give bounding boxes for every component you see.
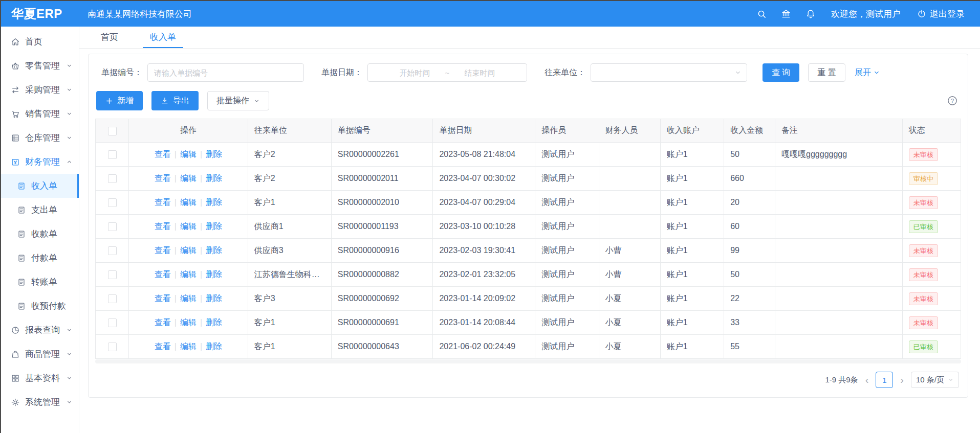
sidebar-item[interactable]: 系统管理 <box>1 390 79 414</box>
next-page-button[interactable]: › <box>898 375 906 385</box>
horizontal-scrollbar[interactable] <box>95 359 961 363</box>
add-button[interactable]: 新增 <box>96 91 143 110</box>
bill-no-input[interactable] <box>147 63 304 82</box>
edit-link[interactable]: 编辑 <box>180 198 197 207</box>
sidebar-item[interactable]: 收预付款 <box>1 294 79 318</box>
plus-icon <box>105 97 113 105</box>
row-checkbox[interactable] <box>108 294 117 303</box>
edit-link[interactable]: 编辑 <box>180 174 197 183</box>
basic-icon <box>11 374 20 383</box>
row-checkbox[interactable] <box>108 343 117 351</box>
expand-link[interactable]: 展开 <box>855 67 880 78</box>
retail-icon <box>11 61 20 71</box>
delete-link[interactable]: 删除 <box>206 342 222 351</box>
bill-date-cell: 2021-06-02 00:24:49 <box>433 335 535 359</box>
link-separator: | <box>200 198 202 207</box>
edit-link[interactable]: 编辑 <box>180 342 197 351</box>
row-checkbox[interactable] <box>108 270 117 279</box>
view-link[interactable]: 查看 <box>155 174 171 183</box>
row-checkbox[interactable] <box>108 318 117 327</box>
doc-icon <box>17 181 26 191</box>
status-badge: 未审核 <box>909 196 938 209</box>
date-range-picker[interactable]: ~ <box>367 63 527 82</box>
delete-link[interactable]: 删除 <box>206 318 222 327</box>
date-end-input[interactable] <box>451 64 508 81</box>
row-actions-cell: 查看|编辑|删除 <box>129 167 248 191</box>
sidebar-item[interactable]: 基本资料 <box>1 366 79 390</box>
operator-cell: 测试用户 <box>535 239 599 263</box>
sidebar-item[interactable]: 转账单 <box>1 270 79 294</box>
search-button[interactable]: 查 询 <box>763 63 799 82</box>
sidebar-item[interactable]: 仓库管理 <box>1 126 79 150</box>
row-checkbox[interactable] <box>108 174 117 183</box>
current-page-button[interactable]: 1 <box>876 372 893 388</box>
edit-link[interactable]: 编辑 <box>180 294 197 303</box>
sidebar-item[interactable]: 商品管理 <box>1 342 79 366</box>
partner-label: 往来单位： <box>545 67 585 78</box>
tab-income-bill[interactable]: 收入单 <box>143 27 183 48</box>
batch-actions-button[interactable]: 批量操作 <box>207 91 269 110</box>
view-link[interactable]: 查看 <box>155 270 171 279</box>
delete-link[interactable]: 删除 <box>206 270 222 279</box>
sidebar-item[interactable]: 财务管理 <box>1 150 79 174</box>
delete-link[interactable]: 删除 <box>206 198 222 207</box>
view-link[interactable]: 查看 <box>155 222 171 231</box>
delete-link[interactable]: 删除 <box>206 222 222 231</box>
status-cell: 已审核 <box>902 215 961 239</box>
chevron-down-icon <box>253 98 260 104</box>
logout-button[interactable]: 退出登录 <box>917 8 965 20</box>
sidebar-item[interactable]: 收款单 <box>1 222 79 246</box>
edit-link[interactable]: 编辑 <box>180 222 197 231</box>
select-all-checkbox[interactable] <box>108 127 117 135</box>
row-checkbox[interactable] <box>108 198 117 207</box>
view-link[interactable]: 查看 <box>155 318 171 327</box>
sidebar-item[interactable]: 付款单 <box>1 246 79 270</box>
sidebar-item[interactable]: 报表查询 <box>1 318 79 342</box>
view-link[interactable]: 查看 <box>155 342 171 351</box>
income-account-cell: 账户1 <box>660 287 724 311</box>
delete-link[interactable]: 删除 <box>206 246 222 255</box>
view-link[interactable]: 查看 <box>155 294 171 303</box>
status-badge: 未审核 <box>909 148 938 161</box>
view-link[interactable]: 查看 <box>155 198 171 207</box>
edit-link[interactable]: 编辑 <box>180 150 197 158</box>
delete-link[interactable]: 删除 <box>206 174 222 183</box>
delete-link[interactable]: 删除 <box>206 150 222 158</box>
sidebar-item[interactable]: 销售管理 <box>1 102 79 126</box>
edit-link[interactable]: 编辑 <box>180 270 197 279</box>
help-icon[interactable] <box>947 95 958 106</box>
sidebar-item[interactable]: 支出单 <box>1 198 79 222</box>
row-checkbox[interactable] <box>108 246 117 255</box>
view-link[interactable]: 查看 <box>155 246 171 255</box>
row-select-cell <box>96 335 129 359</box>
doc-icon <box>17 278 26 287</box>
row-checkbox[interactable] <box>108 222 117 231</box>
sidebar-item-label: 销售管理 <box>25 108 60 120</box>
tab-home[interactable]: 首页 <box>94 27 125 48</box>
edit-link[interactable]: 编辑 <box>180 246 197 255</box>
bank-icon[interactable] <box>781 9 791 19</box>
sidebar-item[interactable]: 收入单 <box>1 174 79 198</box>
chevron-up-icon <box>66 158 73 165</box>
delete-link[interactable]: 删除 <box>206 294 222 303</box>
search-icon[interactable] <box>757 9 767 19</box>
page-size-select[interactable]: 10 条/页 <box>911 372 959 388</box>
sidebar-item[interactable]: 采购管理 <box>1 78 79 102</box>
export-button[interactable]: 导出 <box>151 91 199 110</box>
view-link[interactable]: 查看 <box>155 150 171 158</box>
sidebar-item[interactable]: 首页 <box>1 30 79 54</box>
bell-icon[interactable] <box>805 9 816 19</box>
prev-page-button[interactable]: ‹ <box>863 375 871 385</box>
partner-select[interactable] <box>591 63 747 82</box>
link-separator: | <box>175 246 177 255</box>
income-account-cell: 账户1 <box>660 167 724 191</box>
sidebar-item[interactable]: 零售管理 <box>1 54 79 78</box>
date-start-input[interactable] <box>387 64 443 81</box>
reset-button[interactable]: 重 置 <box>808 63 845 82</box>
bill-no-cell: SR00000002011 <box>331 167 433 191</box>
doc-icon <box>17 230 26 239</box>
column-header: 收入账户 <box>660 119 724 143</box>
row-checkbox[interactable] <box>108 150 117 159</box>
download-icon <box>161 97 169 105</box>
edit-link[interactable]: 编辑 <box>180 318 197 327</box>
